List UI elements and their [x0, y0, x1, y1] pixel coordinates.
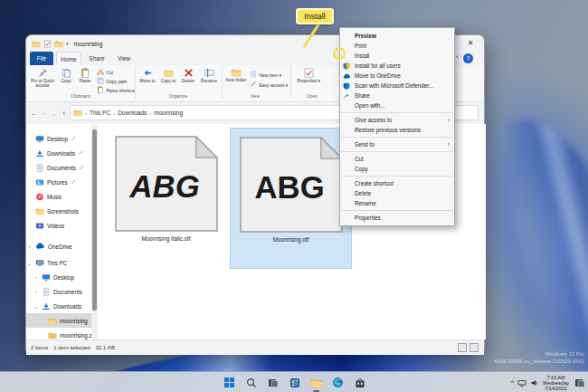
- menu-item-preview[interactable]: Preview: [340, 31, 454, 41]
- recent-locations-icon[interactable]: ⌄: [49, 110, 59, 117]
- menu-item-install-all-users[interactable]: Install for all users: [340, 61, 454, 71]
- file-tile-moonrising[interactable]: ABG Moonrising.otf: [230, 128, 352, 269]
- crumb-this-pc[interactable]: This PC: [90, 110, 110, 116]
- search-button[interactable]: [244, 376, 258, 389]
- collapse-ribbon-icon[interactable]: ^: [456, 54, 459, 61]
- menu-item-send-to[interactable]: Send to ›: [340, 139, 454, 149]
- sidebar-item-downloads-quick[interactable]: Downloads: [26, 146, 98, 160]
- folder-icon: [35, 207, 44, 215]
- sidebar-item-onedrive[interactable]: › OneDrive: [26, 239, 98, 253]
- sidebar-item-moonrising-zip[interactable]: moonrising.zip: [26, 328, 98, 339]
- pictures-icon: [35, 178, 44, 186]
- menu-item-delete[interactable]: Delete: [340, 188, 454, 198]
- crumb-downloads[interactable]: Downloads: [118, 110, 147, 116]
- paste-button[interactable]: Paste: [76, 67, 94, 93]
- paste-icon: [81, 68, 90, 78]
- new-folder-button[interactable]: New folder: [225, 67, 247, 93]
- tray-expand-icon[interactable]: ^: [511, 379, 514, 386]
- folder-icon: [73, 109, 82, 117]
- menu-item-open-with[interactable]: Open with...: [340, 100, 454, 110]
- font-file-icon: ABG: [239, 136, 344, 234]
- sidebar-item-desktop[interactable]: Desktop: [26, 131, 98, 146]
- tab-view[interactable]: View: [112, 52, 136, 65]
- file-explorer-button[interactable]: [309, 376, 323, 389]
- tab-share[interactable]: Share: [84, 52, 109, 65]
- sidebar-item-downloads-tree[interactable]: ⌄ Downloads: [26, 299, 98, 313]
- qat-customize-icon[interactable]: ▾: [66, 41, 69, 46]
- sidebar-item-videos[interactable]: Videos: [26, 218, 98, 233]
- cut-button[interactable]: Cut: [97, 68, 113, 76]
- network-icon[interactable]: [517, 378, 526, 387]
- window-title: moonrising: [74, 41, 103, 47]
- sidebar-item-moonrising[interactable]: moonrising: [26, 313, 98, 328]
- menu-item-scan-defender[interactable]: Scan with Microsoft Defender...: [340, 81, 454, 91]
- store-icon: [355, 378, 365, 388]
- properties-quick-icon[interactable]: [43, 40, 52, 48]
- tab-home[interactable]: Home: [56, 52, 81, 65]
- start-button[interactable]: [223, 376, 236, 389]
- downloads-icon: [42, 302, 51, 311]
- chevron-right-icon[interactable]: ›: [33, 289, 39, 294]
- up-icon[interactable]: ↑: [59, 110, 69, 118]
- sidebar-item-documents-tree[interactable]: › Documents: [26, 284, 98, 299]
- back-icon[interactable]: ←: [29, 110, 39, 118]
- menu-item-restore-versions[interactable]: Restore previous versions: [340, 125, 454, 135]
- menu-item-create-shortcut[interactable]: Create shortcut: [340, 178, 454, 188]
- copy-path-button[interactable]: Copy path: [97, 77, 127, 85]
- details-view-icon[interactable]: [458, 343, 467, 352]
- speaker-icon[interactable]: [530, 378, 539, 387]
- chevron-right-icon[interactable]: ›: [26, 244, 33, 249]
- move-to-button[interactable]: Move to: [138, 67, 157, 93]
- chevron-down-icon[interactable]: ⌄: [26, 260, 33, 266]
- clipboard-group-label: Clipboard: [53, 93, 108, 99]
- sidebar-item-pictures[interactable]: Pictures: [26, 175, 98, 189]
- menu-item-copy[interactable]: Copy: [340, 164, 454, 174]
- clock[interactable]: 7:23 AM Wednesday 7/14/2021: [543, 375, 569, 391]
- new-folder-icon: [231, 68, 242, 77]
- pin-to-quick-access-button[interactable]: Pin to Quick access: [29, 67, 56, 93]
- sidebar-item-desktop-tree[interactable]: › Desktop: [26, 270, 98, 284]
- rename-button[interactable]: Rename: [198, 67, 220, 93]
- properties-button[interactable]: Properties ▾: [296, 67, 321, 93]
- new-item-button[interactable]: New item ▾: [250, 71, 281, 79]
- file-tile-moonrising-italic[interactable]: ABG Moonrising Italic.otf: [105, 128, 227, 269]
- watermark-edition: Windows 11 Pro: [494, 350, 584, 358]
- new-folder-quick-icon[interactable]: [54, 40, 63, 48]
- menu-item-share[interactable]: Share: [340, 91, 454, 100]
- file-name: Moonrising.otf: [231, 236, 351, 243]
- menu-item-cut[interactable]: Cut: [340, 154, 454, 164]
- store-button[interactable]: [353, 376, 366, 389]
- forward-icon[interactable]: →: [39, 110, 49, 116]
- edge-button[interactable]: [331, 376, 345, 389]
- sidebar-item-music[interactable]: Music: [26, 189, 98, 204]
- edge-icon: [332, 377, 344, 388]
- close-button[interactable]: ✕: [462, 37, 479, 49]
- menu-item-give-access[interactable]: Give access to ›: [340, 115, 454, 125]
- scrollbar-thumb[interactable]: [92, 129, 97, 311]
- delete-button[interactable]: Delete: [179, 67, 197, 93]
- sidebar-item-this-pc[interactable]: ⌄ This PC: [26, 255, 98, 270]
- help-icon[interactable]: ?: [463, 53, 473, 63]
- menu-item-install[interactable]: Install: [340, 51, 454, 61]
- desktop-icon: [35, 135, 44, 143]
- chevron-right-icon[interactable]: ›: [33, 274, 39, 280]
- font-preview-text: ABG: [254, 170, 324, 205]
- menu-item-move-to-onedrive[interactable]: Move to OneDrive: [340, 71, 454, 81]
- sidebar-item-documents-quick[interactable]: Documents: [26, 160, 98, 175]
- tab-file[interactable]: File: [30, 52, 53, 65]
- sidebar-item-screenshots[interactable]: Screenshots: [26, 204, 98, 218]
- chevron-down-icon[interactable]: ⌄: [33, 303, 39, 310]
- sidebar-scrollbar[interactable]: [91, 124, 98, 339]
- widgets-button[interactable]: [288, 376, 301, 389]
- taskbar-icons: [223, 373, 366, 392]
- crumb-moonrising[interactable]: moonrising: [154, 110, 183, 116]
- notifications-icon[interactable]: [574, 378, 585, 388]
- menu-item-rename[interactable]: Rename: [340, 198, 454, 208]
- task-view-button[interactable]: [266, 376, 280, 389]
- menu-item-properties[interactable]: Properties: [340, 213, 454, 223]
- thumbnail-view-icon[interactable]: [469, 343, 479, 352]
- menu-item-print[interactable]: Print: [340, 41, 454, 51]
- copy-button[interactable]: Copy: [57, 67, 75, 93]
- easy-access-button[interactable]: Easy access ▾: [250, 81, 288, 89]
- copy-to-button[interactable]: Copy to: [158, 67, 178, 93]
